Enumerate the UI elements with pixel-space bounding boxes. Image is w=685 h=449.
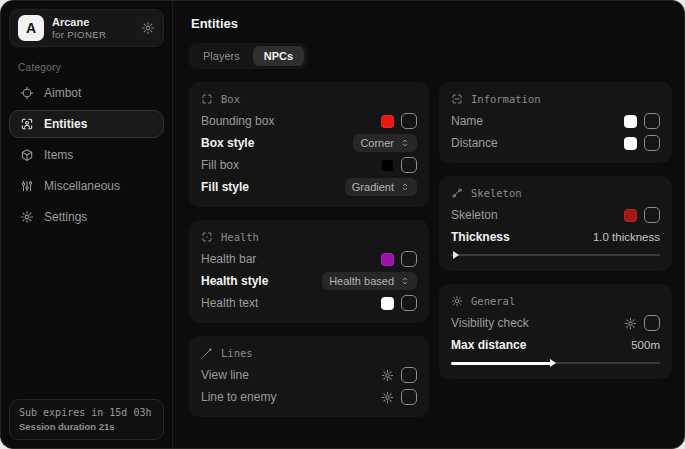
bounding-box-checkbox[interactable] bbox=[401, 113, 417, 129]
health-card: Health Health bar Health style Health ba… bbox=[189, 220, 429, 323]
chevron-up-down-icon bbox=[400, 138, 410, 148]
gear-icon[interactable] bbox=[381, 369, 394, 382]
select-value: Corner bbox=[360, 137, 394, 149]
gear-icon[interactable] bbox=[381, 391, 394, 404]
skeleton-checkbox[interactable] bbox=[644, 207, 660, 223]
color-swatch[interactable] bbox=[624, 115, 637, 128]
health-style-row: Health style Health based bbox=[201, 270, 417, 292]
gear-icon[interactable] bbox=[624, 317, 637, 330]
general-card: General Visibility check Max distance bbox=[439, 284, 672, 379]
sidebar-item-items[interactable]: Items bbox=[9, 141, 164, 169]
name-row: Name bbox=[451, 110, 660, 132]
visibility-check-row: Visibility check bbox=[451, 312, 660, 334]
card-title: General bbox=[471, 295, 515, 307]
sliders-icon bbox=[20, 179, 34, 193]
main-panel: Entities Players NPCs Box Bounding box bbox=[173, 1, 684, 448]
line-to-enemy-row: Line to enemy bbox=[201, 386, 417, 408]
health-bar-row: Health bar bbox=[201, 248, 417, 270]
information-card: Information Name Distance bbox=[439, 82, 672, 163]
health-style-select[interactable]: Health based bbox=[322, 272, 417, 290]
thickness-value: 1.0 thickness bbox=[593, 231, 660, 243]
row-label: Fill box bbox=[201, 158, 239, 172]
subscription-info: Sub expires in 15d 03h Session duration … bbox=[9, 399, 164, 440]
box-style-row: Box style Corner bbox=[201, 132, 417, 154]
sidebar-item-entities[interactable]: Entities bbox=[9, 110, 164, 138]
fill-box-checkbox[interactable] bbox=[401, 157, 417, 173]
color-swatch[interactable] bbox=[381, 253, 394, 266]
tab-players[interactable]: Players bbox=[192, 46, 251, 66]
card-title: Lines bbox=[221, 347, 253, 359]
color-swatch[interactable] bbox=[381, 159, 394, 172]
color-swatch[interactable] bbox=[624, 137, 637, 150]
box-card: Box Bounding box Box style Corner bbox=[189, 82, 429, 207]
max-distance-slider[interactable] bbox=[451, 358, 660, 368]
health-bar-checkbox[interactable] bbox=[401, 251, 417, 267]
app-logo: A bbox=[18, 15, 44, 41]
select-value: Gradient bbox=[352, 181, 394, 193]
view-line-checkbox[interactable] bbox=[401, 367, 417, 383]
distance-checkbox[interactable] bbox=[644, 135, 660, 151]
sun-icon bbox=[451, 295, 463, 307]
bone-icon bbox=[451, 187, 463, 199]
row-label: Health style bbox=[201, 274, 268, 288]
row-label: Max distance bbox=[451, 338, 526, 352]
slider-handle[interactable] bbox=[453, 251, 459, 259]
fill-style-row: Fill style Gradient bbox=[201, 176, 417, 198]
row-label: Thickness bbox=[451, 230, 510, 244]
slider-fill[interactable] bbox=[451, 362, 551, 365]
chevron-up-down-icon bbox=[400, 182, 410, 192]
app-window: A Arcane for PIONER Category Aimbot Enti… bbox=[0, 0, 685, 449]
color-swatch[interactable] bbox=[381, 115, 394, 128]
thickness-slider[interactable] bbox=[451, 250, 660, 260]
name-checkbox[interactable] bbox=[644, 113, 660, 129]
card-title: Information bbox=[471, 93, 541, 105]
crosshair-icon bbox=[20, 86, 34, 100]
box-style-select[interactable]: Corner bbox=[353, 134, 417, 152]
tab-group: Players NPCs bbox=[189, 43, 307, 69]
row-label: Distance bbox=[451, 136, 498, 150]
row-label: Box style bbox=[201, 136, 254, 150]
diagonal-line-icon bbox=[201, 347, 213, 359]
package-icon bbox=[20, 148, 34, 162]
sidebar-item-label: Items bbox=[44, 148, 73, 162]
thickness-row: Thickness 1.0 thickness bbox=[451, 226, 660, 248]
gear-icon bbox=[20, 210, 34, 224]
card-title: Health bbox=[221, 231, 259, 243]
health-text-row: Health text bbox=[201, 292, 417, 314]
sidebar-item-label: Miscellaneous bbox=[44, 179, 120, 193]
row-label: View line bbox=[201, 368, 249, 382]
gear-icon[interactable] bbox=[141, 21, 155, 35]
scan-person-icon bbox=[20, 117, 34, 131]
logo-card: A Arcane for PIONER bbox=[9, 9, 164, 47]
sidebar-item-label: Settings bbox=[44, 210, 87, 224]
view-line-row: View line bbox=[201, 364, 417, 386]
sidebar-item-label: Aimbot bbox=[44, 86, 81, 100]
color-swatch[interactable] bbox=[381, 297, 394, 310]
max-distance-row: Max distance 500m bbox=[451, 334, 660, 356]
health-brackets-icon bbox=[201, 231, 213, 243]
row-label: Health bar bbox=[201, 252, 256, 266]
row-label: Skeleton bbox=[451, 208, 498, 222]
color-swatch[interactable] bbox=[624, 209, 637, 222]
app-title: Arcane bbox=[52, 16, 106, 29]
visibility-check-checkbox[interactable] bbox=[644, 315, 660, 331]
session-duration-text: Session duration 21s bbox=[19, 421, 154, 432]
slider-track bbox=[451, 254, 660, 256]
sidebar-item-aimbot[interactable]: Aimbot bbox=[9, 79, 164, 107]
row-label: Line to enemy bbox=[201, 390, 276, 404]
card-title: Skeleton bbox=[471, 187, 522, 199]
tab-npcs[interactable]: NPCs bbox=[253, 46, 304, 66]
line-to-enemy-checkbox[interactable] bbox=[401, 389, 417, 405]
sub-expires-text: Sub expires in 15d 03h bbox=[19, 407, 154, 418]
row-label: Visibility check bbox=[451, 316, 529, 330]
card-title: Box bbox=[221, 93, 240, 105]
fill-style-select[interactable]: Gradient bbox=[345, 178, 417, 196]
sidebar-item-settings[interactable]: Settings bbox=[9, 203, 164, 231]
health-text-checkbox[interactable] bbox=[401, 295, 417, 311]
sidebar-item-miscellaneous[interactable]: Miscellaneous bbox=[9, 172, 164, 200]
category-label: Category bbox=[18, 62, 164, 73]
distance-row: Distance bbox=[451, 132, 660, 154]
info-scan-icon bbox=[451, 93, 463, 105]
skeleton-row: Skeleton bbox=[451, 204, 660, 226]
lines-card: Lines View line Line to enemy bbox=[189, 336, 429, 417]
